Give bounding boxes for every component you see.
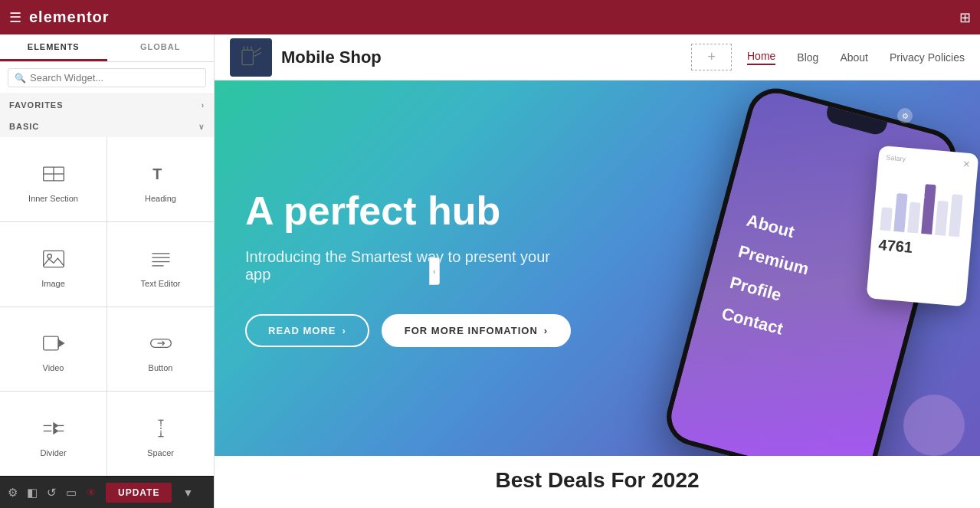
read-more-button[interactable]: READ MORE › [245, 314, 369, 347]
more-info-button[interactable]: FOR MORE INFOMATION › [382, 314, 571, 347]
nav-home[interactable]: Home [747, 50, 775, 65]
hero-buttons: READ MORE › FOR MORE INFOMATION › [245, 314, 571, 347]
widget-divider[interactable]: Divider [0, 392, 107, 476]
widget-inner-section[interactable]: Inner Section [0, 137, 107, 221]
search-input[interactable] [30, 72, 199, 84]
svg-rect-29 [242, 50, 253, 64]
search-icon: 🔍 [15, 73, 26, 84]
add-column-button[interactable]: + [691, 44, 732, 70]
main-layout: ELEMENTS GLOBAL 🔍 FAVORITES › BASIC ∨ [0, 34, 980, 508]
chart-label: Salary [886, 154, 970, 169]
history-toolbar-icon[interactable]: ↺ [47, 486, 57, 500]
eye-toolbar-icon[interactable]: 👁 [86, 487, 97, 499]
nav-blog[interactable]: Blog [797, 51, 818, 64]
svg-marker-11 [58, 340, 64, 347]
svg-rect-10 [43, 336, 58, 350]
favorites-section-header[interactable]: FAVORITES › [0, 94, 214, 116]
layers-toolbar-icon[interactable]: ◧ [27, 486, 38, 500]
favorites-label: FAVORITES [9, 100, 64, 110]
widget-button-label: Button [149, 363, 173, 372]
widget-video-label: Video [43, 363, 64, 372]
best-deals-title: Best Deals For 2022 [495, 468, 699, 493]
chart-overlay: ✕ Salary 4761 [867, 146, 979, 307]
text-editor-icon [147, 245, 175, 273]
favorites-chevron: › [202, 101, 205, 110]
toolbar-arrow-icon[interactable]: ▼ [182, 487, 193, 499]
nav-about[interactable]: About [840, 51, 868, 64]
widget-heading-label: Heading [145, 194, 176, 203]
tab-elements[interactable]: ELEMENTS [0, 34, 107, 61]
phone-mockup-area: About Premium Profile Contact ✕ Salary [551, 88, 980, 456]
divider-icon [40, 415, 67, 442]
phone-menu-profile: Profile [728, 273, 803, 310]
button-icon [147, 329, 175, 357]
svg-point-5 [48, 254, 51, 257]
chart-bars [880, 169, 969, 237]
grid-icon[interactable]: ⊞ [959, 9, 971, 26]
sidebar-tabs: ELEMENTS GLOBAL [0, 34, 214, 62]
phone-menu: About Premium Profile Contact [719, 211, 819, 342]
update-button[interactable]: UPDATE [106, 483, 172, 503]
svg-marker-20 [54, 428, 57, 434]
more-info-label: FOR MORE INFOMATION [405, 325, 538, 336]
svg-marker-17 [54, 423, 57, 428]
website-header: Mobile Shop + Home Blog About Privacy Po… [215, 34, 980, 80]
hero-subtitle: Introducing the Smartest way to present … [245, 248, 567, 283]
phone-menu-about: About [744, 211, 819, 248]
svg-line-34 [254, 52, 261, 56]
nav-privacy[interactable]: Privacy Policies [890, 51, 965, 64]
phone-settings-icon: ⚙ [897, 108, 913, 123]
settings-toolbar-icon[interactable]: ⚙ [8, 486, 18, 500]
video-icon [40, 329, 67, 357]
site-logo: Mobile Shop [230, 38, 676, 77]
logo-icon [230, 38, 272, 77]
widget-text-editor[interactable]: Text Editor [107, 222, 214, 306]
svg-rect-4 [43, 251, 64, 267]
image-icon [40, 245, 67, 273]
hero-title: A perfect hub [245, 189, 571, 233]
hero-section: A perfect hub Introducing the Smartest w… [215, 80, 980, 456]
elementor-logo: elementor [29, 8, 110, 26]
widget-button[interactable]: Button [107, 307, 214, 392]
inner-section-icon [40, 160, 67, 188]
phone-notch [824, 107, 887, 137]
top-bar: ☰ elementor ⊞ [0, 0, 980, 34]
sidebar: ELEMENTS GLOBAL 🔍 FAVORITES › BASIC ∨ [0, 34, 215, 508]
tab-global[interactable]: GLOBAL [107, 34, 215, 61]
hero-content: A perfect hub Introducing the Smartest w… [215, 189, 601, 347]
basic-chevron: ∨ [198, 123, 205, 131]
hamburger-icon[interactable]: ☰ [9, 9, 21, 26]
widget-heading[interactable]: T Heading [107, 137, 214, 221]
responsive-toolbar-icon[interactable]: ▭ [66, 486, 77, 500]
bottom-toolbar: ⚙ ◧ ↺ ▭ 👁 UPDATE ▼ [0, 476, 214, 508]
widget-image-label: Image [41, 279, 65, 288]
svg-text:T: T [152, 166, 162, 182]
widget-inner-section-label: Inner Section [28, 194, 78, 203]
widget-video[interactable]: Video [0, 307, 107, 392]
sidebar-collapse-arrow[interactable]: ‹ [429, 257, 440, 285]
canvas-area: ‹ [215, 34, 980, 508]
search-bar: 🔍 [0, 62, 214, 94]
widget-divider-label: Divider [40, 448, 66, 457]
phone-menu-contact: Contact [719, 303, 795, 341]
heading-icon: T [147, 160, 175, 188]
widget-spacer-label: Spacer [147, 448, 174, 457]
circle-decoration [903, 395, 965, 456]
more-info-icon: › [544, 325, 548, 336]
site-nav: Home Blog About Privacy Policies [747, 50, 965, 65]
phone-menu-premium: Premium [736, 241, 811, 279]
chart-value: 4761 [878, 236, 964, 261]
basic-label: BASIC [9, 122, 39, 131]
site-name: Mobile Shop [281, 48, 382, 67]
widget-text-editor-label: Text Editor [141, 279, 181, 288]
read-more-label: READ MORE [268, 325, 336, 336]
basic-section-header[interactable]: BASIC ∨ [0, 116, 214, 137]
read-more-icon: › [342, 325, 346, 336]
spacer-icon [147, 415, 175, 442]
phone-close-icon: ✕ [916, 188, 926, 202]
widget-image[interactable]: Image [0, 222, 107, 306]
widgets-grid: Inner Section T Heading [0, 137, 214, 476]
svg-line-33 [254, 48, 261, 52]
chart-close-icon: ✕ [962, 159, 971, 170]
widget-spacer[interactable]: Spacer [107, 392, 214, 476]
